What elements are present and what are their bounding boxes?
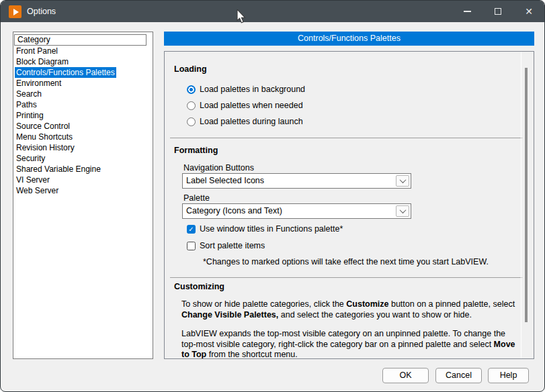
radio-load-during-launch[interactable]: Load palettes during launch	[187, 117, 303, 126]
category-list-header: Category	[14, 34, 146, 46]
checkbox-icon[interactable]	[187, 242, 196, 250]
titlebar[interactable]: Options ✕	[1, 1, 544, 22]
section-loading-title: Loading	[174, 64, 207, 74]
palette-label: Palette	[183, 193, 210, 203]
settings-panel: Loading Load palettes in background Load…	[164, 51, 534, 359]
navigation-buttons-dropdown[interactable]: Label Selected Icons	[182, 173, 411, 189]
section-divider	[170, 138, 522, 138]
close-button[interactable]: ✕	[513, 1, 544, 22]
sidebar-item-shared-variable-engine[interactable]: Shared Variable Engine	[13, 164, 153, 175]
chevron-down-icon[interactable]	[396, 175, 409, 187]
customizing-paragraph-1: To show or hide palette categories, clic…	[181, 299, 521, 320]
ok-button[interactable]: OK	[382, 368, 429, 383]
cancel-button[interactable]: Cancel	[435, 368, 482, 383]
sidebar-item-paths[interactable]: Paths	[13, 99, 153, 110]
options-dialog: Options ✕ Category Front Panel Block Dia…	[0, 0, 545, 392]
labview-play-icon	[9, 5, 22, 18]
checkbox-sort-palette-items[interactable]: Sort palette items	[187, 241, 265, 250]
chevron-down-icon[interactable]	[396, 205, 409, 217]
sidebar-item-vi-server[interactable]: VI Server	[13, 175, 153, 185]
radio-load-when-needed[interactable]: Load palettes when needed	[187, 101, 303, 110]
category-items: Front Panel Block Diagram Controls/Funct…	[13, 46, 153, 196]
palette-dropdown[interactable]: Category (Icons and Text)	[182, 203, 411, 219]
sidebar-item-security[interactable]: Security	[13, 153, 153, 164]
sidebar-item-search[interactable]: Search	[13, 89, 153, 99]
sidebar-item-menu-shortcuts[interactable]: Menu Shortcuts	[13, 132, 153, 142]
sidebar-item-revision-history[interactable]: Revision History	[13, 142, 153, 153]
checkbox-icon[interactable]	[187, 225, 196, 234]
minimize-button[interactable]	[452, 1, 483, 22]
category-list: Category Front Panel Block Diagram Contr…	[13, 32, 153, 359]
navigation-buttons-label: Navigation Buttons	[183, 163, 254, 173]
restart-note: *Changes to marked options will take eff…	[203, 257, 489, 266]
close-icon: ✕	[525, 6, 533, 17]
panel-title: Controls/Functions Palettes	[164, 32, 534, 46]
section-divider	[170, 277, 522, 278]
radio-icon[interactable]	[187, 117, 196, 126]
sidebar-item-printing[interactable]: Printing	[13, 110, 153, 121]
maximize-button[interactable]	[483, 1, 513, 22]
scrollbar-thumb[interactable]	[525, 68, 528, 322]
radio-icon[interactable]	[187, 101, 196, 110]
window-title: Options	[27, 1, 56, 22]
scrollbar-track	[521, 52, 521, 358]
minimize-icon	[464, 11, 471, 11]
help-button[interactable]: Help	[488, 368, 529, 383]
sidebar-item-environment[interactable]: Environment	[13, 78, 153, 89]
radio-icon[interactable]	[187, 85, 196, 94]
sidebar-item-web-server[interactable]: Web Server	[13, 185, 153, 196]
sidebar-item-front-panel[interactable]: Front Panel	[13, 46, 153, 56]
radio-load-background[interactable]: Load palettes in background	[187, 85, 305, 94]
section-customizing-title: Customizing	[174, 282, 224, 291]
sidebar-item-block-diagram[interactable]: Block Diagram	[13, 56, 153, 67]
sidebar-item-source-control[interactable]: Source Control	[13, 121, 153, 132]
checkbox-use-window-titles[interactable]: Use window titles in Functions palette*	[187, 224, 343, 234]
maximize-icon	[495, 8, 501, 15]
sidebar-item-controls-functions-palettes[interactable]: Controls/Functions Palettes	[13, 67, 153, 78]
customizing-paragraph-2: LabVIEW expands the top-most visible cat…	[181, 329, 521, 359]
section-formatting-title: Formatting	[174, 146, 218, 155]
mouse-cursor	[237, 9, 246, 24]
